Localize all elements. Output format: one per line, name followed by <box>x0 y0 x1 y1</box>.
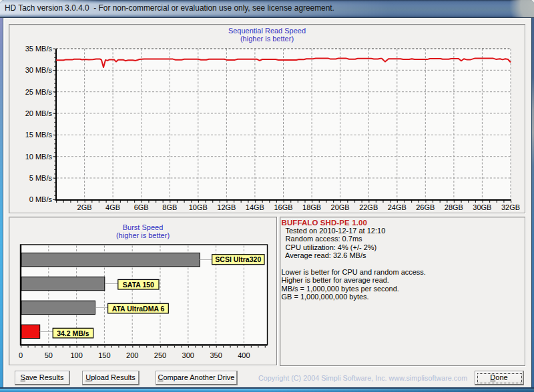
svg-text:50: 50 <box>45 351 53 359</box>
svg-text:25 MB/s: 25 MB/s <box>25 88 53 96</box>
svg-text:24GB: 24GB <box>388 203 407 211</box>
svg-text:2GB: 2GB <box>77 203 92 211</box>
svg-text:SATA 150: SATA 150 <box>123 281 154 289</box>
svg-text:35 MB/s: 35 MB/s <box>25 45 53 53</box>
svg-text:5 MB/s: 5 MB/s <box>29 174 53 182</box>
svg-text:250: 250 <box>154 351 166 359</box>
svg-text:15 MB/s: 15 MB/s <box>25 131 53 139</box>
svg-text:22GB: 22GB <box>359 203 378 211</box>
svg-text:4GB: 4GB <box>105 203 120 211</box>
svg-text:28GB: 28GB <box>445 203 463 211</box>
svg-text:34.2 MB/s: 34.2 MB/s <box>57 329 89 337</box>
svg-text:ATA UltraDMA 6: ATA UltraDMA 6 <box>112 305 165 313</box>
svg-text:30 MB/s: 30 MB/s <box>25 66 53 74</box>
svg-text:18GB: 18GB <box>302 203 321 211</box>
svg-text:100: 100 <box>70 351 82 359</box>
svg-text:10GB: 10GB <box>189 203 208 211</box>
svg-text:30GB: 30GB <box>473 203 491 211</box>
svg-text:6GB: 6GB <box>134 203 149 211</box>
svg-text:20 MB/s: 20 MB/s <box>25 109 53 117</box>
svg-text:20GB: 20GB <box>331 203 350 211</box>
svg-text:8GB: 8GB <box>162 203 177 211</box>
svg-text:200: 200 <box>126 351 138 359</box>
svg-text:150: 150 <box>98 351 110 359</box>
svg-text:0: 0 <box>19 351 23 359</box>
svg-text:10 MB/s: 10 MB/s <box>25 153 53 161</box>
svg-text:0 MB/s: 0 MB/s <box>29 195 53 203</box>
svg-text:16GB: 16GB <box>274 203 292 211</box>
svg-text:400: 400 <box>238 351 250 359</box>
svg-text:14GB: 14GB <box>246 203 264 211</box>
svg-text:32GB: 32GB <box>501 203 520 211</box>
svg-text:300: 300 <box>182 351 194 359</box>
svg-text:350: 350 <box>210 351 222 359</box>
svg-text:12GB: 12GB <box>217 203 236 211</box>
svg-text:SCSI Ultra320: SCSI Ultra320 <box>215 255 261 263</box>
svg-text:26GB: 26GB <box>416 203 435 211</box>
